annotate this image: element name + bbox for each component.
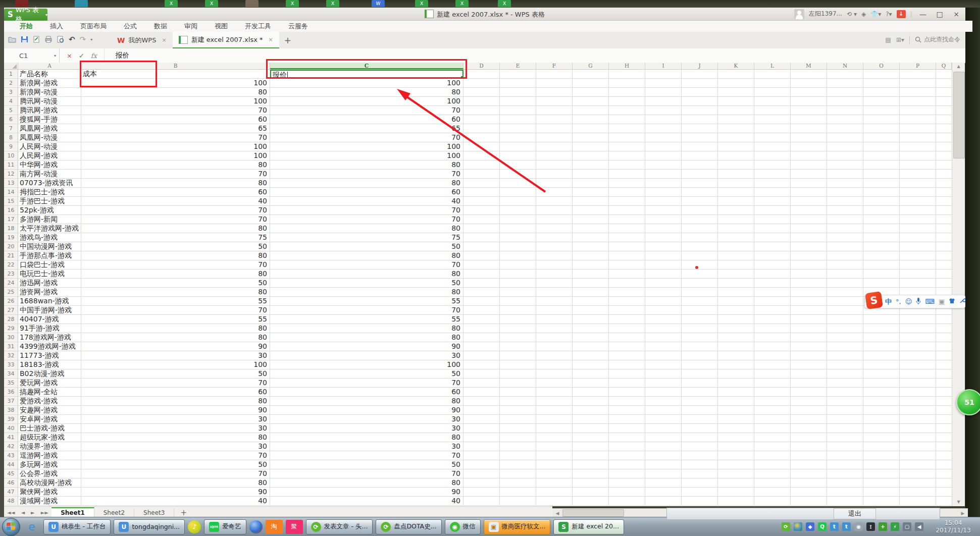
empty-cells[interactable] — [463, 224, 952, 233]
grid-cell[interactable]: 60 — [81, 188, 270, 197]
empty-cells[interactable] — [463, 488, 952, 497]
empty-cells[interactable] — [463, 170, 952, 179]
vertical-scroll-thumb[interactable] — [953, 72, 965, 158]
empty-cells[interactable] — [463, 279, 952, 288]
grid-cell[interactable]: 超级玩家-游戏 — [18, 433, 81, 442]
grid-cell[interactable]: 公会界-游戏 — [18, 469, 81, 478]
grid-cell[interactable]: 动漫界-游戏 — [18, 442, 81, 451]
grid-cell[interactable]: 90 — [81, 488, 270, 497]
column-header-A[interactable]: A — [18, 63, 81, 69]
vertical-scrollbar[interactable]: ▲ ▼ — [952, 63, 965, 506]
grid-cell[interactable]: 搜狐网-手游 — [18, 115, 81, 124]
grid-cell[interactable]: 手游巴士-游戏 — [18, 197, 81, 206]
desktop-icon[interactable]: X — [205, 0, 218, 7]
ime-wrench-icon[interactable] — [959, 298, 965, 305]
row-header-45[interactable]: 45 — [4, 469, 18, 478]
menu-item-5[interactable]: 审阅 — [176, 21, 206, 32]
grid-cell[interactable]: 80 — [270, 478, 463, 488]
grid-cell[interactable]: 70 — [270, 379, 463, 388]
tab-document[interactable]: 新建 excel 2007.xlsx * × — [173, 32, 279, 48]
sheet-tab-Sheet2[interactable]: Sheet2 — [94, 508, 134, 517]
tray-pinwheel-icon[interactable] — [794, 522, 802, 531]
menu-item-1[interactable]: 插入 — [41, 21, 72, 32]
desktop-icon[interactable]: X — [498, 0, 511, 7]
empty-cells[interactable] — [463, 270, 952, 279]
grid-cell[interactable]: 70 — [81, 206, 270, 215]
sogou-logo-icon[interactable]: S — [865, 291, 883, 309]
empty-cells[interactable] — [463, 124, 952, 133]
empty-cells[interactable] — [463, 251, 952, 260]
column-header-N[interactable]: N — [827, 63, 863, 69]
grid-cell[interactable]: 55 — [81, 297, 270, 306]
grid-cell[interactable]: 18183-游戏 — [18, 360, 81, 369]
tray-tcheck-icon[interactable]: t — [830, 522, 839, 531]
row-header-31[interactable]: 31 — [4, 342, 18, 351]
grid-cell[interactable]: 60 — [270, 188, 463, 197]
print-preview-icon[interactable] — [57, 36, 64, 43]
row-header-38[interactable]: 38 — [4, 406, 18, 415]
grid-cell[interactable]: 100 — [270, 79, 463, 88]
panel-toggle-icon[interactable]: ⊞▾ — [896, 36, 904, 43]
grid-cell[interactable]: 70 — [81, 260, 270, 270]
tray-iqiyi-icon[interactable]: Q — [818, 522, 827, 531]
row-header-29[interactable]: 29 — [4, 324, 18, 333]
grid-cell[interactable]: 60 — [270, 115, 463, 124]
empty-cells[interactable] — [463, 233, 952, 242]
grid-cell[interactable]: 100 — [270, 97, 463, 106]
grid-cell[interactable]: 南方网-动漫 — [18, 170, 81, 179]
row-header-18[interactable]: 18 — [4, 224, 18, 233]
ime-emoji-icon[interactable]: ☺ — [905, 295, 912, 308]
grid-cell[interactable]: 100 — [81, 142, 270, 151]
row-header-47[interactable]: 47 — [4, 488, 18, 497]
empty-cells[interactable] — [463, 433, 952, 442]
row-header-5[interactable]: 5 — [4, 106, 18, 115]
grid-cell[interactable]: 新浪网-动漫 — [18, 88, 81, 97]
column-header-O[interactable]: O — [863, 63, 900, 69]
last-sheet-icon[interactable]: ►► — [38, 510, 51, 515]
menu-item-8[interactable]: 云服务 — [280, 21, 317, 32]
grid-cell[interactable]: 80 — [270, 433, 463, 442]
shield-icon[interactable]: ◈ — [861, 11, 866, 18]
row-header-23[interactable]: 23 — [4, 270, 18, 279]
menu-item-7[interactable]: 开发工具 — [236, 21, 280, 32]
tray-360-shield-icon[interactable]: ⚡ — [891, 522, 899, 531]
ie-browser-icon[interactable]: e — [23, 520, 40, 534]
empty-cells[interactable] — [463, 351, 952, 360]
tray-satellite-icon[interactable]: ⟟ — [866, 522, 875, 531]
select-all-corner[interactable] — [4, 63, 18, 69]
grid-cell[interactable]: 80 — [270, 88, 463, 97]
toolbar-more-icon[interactable]: ▾ — [90, 37, 92, 42]
grid-cell[interactable]: 中国手游网-游戏 — [18, 306, 81, 315]
grid-cell[interactable]: 70 — [270, 215, 463, 224]
column-header-H[interactable]: H — [609, 63, 645, 69]
grid-cell[interactable]: 80 — [270, 270, 463, 279]
menu-item-3[interactable]: 公式 — [115, 21, 145, 32]
grid-cell[interactable]: 30 — [270, 415, 463, 424]
grid-cell[interactable]: 30 — [81, 415, 270, 424]
close-tab-icon[interactable]: × — [162, 37, 166, 43]
account-name[interactable]: 左阳1397... — [809, 10, 842, 18]
empty-cells[interactable] — [463, 406, 952, 415]
tray-cube-icon[interactable]: ◆ — [806, 522, 814, 531]
row-header-39[interactable]: 39 — [4, 415, 18, 424]
grid-cell[interactable]: 75 — [81, 233, 270, 242]
grid-cell[interactable]: 腾讯网-动漫 — [18, 97, 81, 106]
ime-chinese-mode-icon[interactable]: 中 — [885, 295, 892, 308]
menu-item-6[interactable]: 视图 — [206, 21, 236, 32]
redo-icon[interactable]: ↷ — [80, 35, 86, 44]
grid-cell[interactable]: 100 — [270, 142, 463, 151]
scroll-left-icon[interactable]: ◀ — [552, 511, 562, 516]
scroll-down-icon[interactable]: ▼ — [952, 498, 965, 506]
grid-cell[interactable]: 40 — [270, 197, 463, 206]
task-weishang-doc[interactable]: ▣微商医疗软文... — [484, 519, 551, 534]
empty-cells[interactable] — [463, 360, 952, 369]
empty-cells[interactable] — [463, 79, 952, 88]
empty-cells[interactable] — [463, 197, 952, 206]
maximize-button[interactable]: □ — [934, 10, 946, 18]
tray-tcheck2-icon[interactable]: t — [842, 522, 851, 531]
grid-cell[interactable]: 65 — [81, 124, 270, 133]
task-publish-article[interactable]: ⟳发表文章 - 头... — [306, 519, 373, 534]
grid-cell[interactable]: 巴士游戏-游戏 — [18, 424, 81, 433]
grid-cell[interactable]: 100 — [81, 360, 270, 369]
new-tab-button[interactable]: + — [279, 35, 296, 45]
